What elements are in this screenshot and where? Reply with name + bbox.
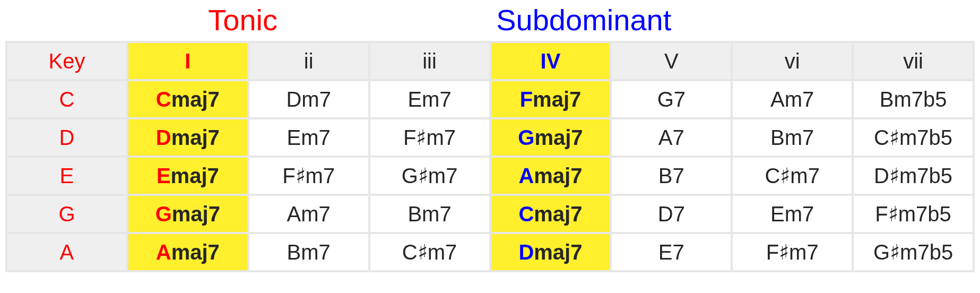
chord-cell: Fmaj7 xyxy=(490,80,611,118)
chord-cell: Am7 xyxy=(248,195,369,233)
chord-note: B xyxy=(658,164,673,187)
chord-note: E xyxy=(770,202,785,226)
chord-suffix: 7 xyxy=(673,202,685,226)
chord-suffix: maj7 xyxy=(171,164,219,187)
chord-note: G xyxy=(518,126,534,149)
chord-suffix: m7 xyxy=(426,126,456,149)
chord-note: A xyxy=(287,202,301,226)
chord-note: F♯ xyxy=(766,240,789,264)
header-degree: I xyxy=(127,42,248,80)
chord-note: G♯ xyxy=(873,240,900,264)
chord-note: A xyxy=(518,164,534,187)
chord-note: A xyxy=(658,126,673,149)
chord-cell: B7 xyxy=(611,157,732,195)
chord-note: C♯ xyxy=(402,240,428,264)
chord-cell: Em7 xyxy=(732,195,853,233)
chord-note: G xyxy=(155,202,172,226)
title-tonic: Tonic xyxy=(5,2,480,38)
chord-cell: Em7 xyxy=(248,118,369,157)
chord-note: G♯ xyxy=(402,164,428,187)
chord-suffix: maj7 xyxy=(534,126,583,149)
chord-note: D♯ xyxy=(874,164,899,187)
chord-suffix: m7 xyxy=(785,88,814,111)
chord-suffix: 7 xyxy=(673,164,684,187)
key-cell: A xyxy=(6,233,127,271)
chord-note: E xyxy=(287,126,301,149)
chord-suffix: 7 xyxy=(674,88,686,111)
chord-cell: F♯m7 xyxy=(732,233,853,271)
chord-cell: D7 xyxy=(611,195,732,233)
key-cell: D xyxy=(6,118,127,157)
chord-cell: Cmaj7 xyxy=(490,195,611,233)
chord-cell: Bm7 xyxy=(369,195,490,233)
chord-cell: Dm7 xyxy=(248,80,369,118)
key-cell: G xyxy=(6,195,127,233)
chord-suffix: maj7 xyxy=(172,202,220,226)
chord-cell: Gmaj7 xyxy=(127,195,248,233)
chord-note: E xyxy=(157,164,171,187)
chord-suffix: m7 xyxy=(301,202,331,226)
header-degree: vi xyxy=(732,42,853,80)
chord-suffix: m7b5 xyxy=(899,164,952,187)
chord-suffix: m7b5 xyxy=(898,202,951,226)
chord-cell: Bm7b5 xyxy=(853,80,974,118)
table-row: CCmaj7Dm7Em7Fmaj7G7Am7Bm7b5 xyxy=(6,80,974,118)
chord-note: D xyxy=(286,88,301,111)
chord-suffix: m7 xyxy=(428,240,457,264)
chord-cell: G♯m7b5 xyxy=(853,233,974,271)
chord-cell: C♯m7b5 xyxy=(853,118,974,157)
header-degree: IV xyxy=(490,42,611,80)
header-key: Key xyxy=(6,42,127,80)
chord-cell: C♯m7 xyxy=(732,157,853,195)
chord-suffix: m7 xyxy=(785,126,814,149)
chord-suffix: maj7 xyxy=(533,88,581,111)
title-subdominant: Subdominant xyxy=(480,2,975,38)
chord-suffix: m7 xyxy=(422,88,452,111)
chord-note: C xyxy=(518,202,534,226)
chord-cell: F♯m7 xyxy=(248,157,369,195)
header-degree: V xyxy=(611,42,732,80)
chord-suffix: m7 xyxy=(428,164,458,187)
chord-cell: Dmaj7 xyxy=(127,118,248,157)
chord-cell: E7 xyxy=(611,233,732,271)
chord-note: D xyxy=(518,240,534,264)
header-degree: iii xyxy=(369,42,490,80)
header-row: KeyIiiiiiIVVvivii xyxy=(6,42,974,80)
chord-note: G xyxy=(657,88,674,111)
chord-suffix: maj7 xyxy=(534,164,582,187)
table-row: AAmaj7Bm7C♯m7Dmaj7E7F♯m7G♯m7b5 xyxy=(6,233,974,271)
chord-note: B xyxy=(880,88,894,111)
chord-note: B xyxy=(287,240,301,264)
chord-suffix: m7b5 xyxy=(894,88,947,111)
chord-note: A xyxy=(156,240,171,264)
chord-cell: Gmaj7 xyxy=(490,118,611,157)
chord-suffix: maj7 xyxy=(171,240,220,264)
chord-cell: D♯m7b5 xyxy=(853,157,974,195)
header-degree: ii xyxy=(248,42,369,80)
table-row: DDmaj7Em7F♯m7Gmaj7A7Bm7C♯m7b5 xyxy=(6,118,974,157)
chord-suffix: m7 xyxy=(789,240,819,264)
chord-note: F♯ xyxy=(875,202,898,226)
table-row: GGmaj7Am7Bm7Cmaj7D7Em7F♯m7b5 xyxy=(6,195,974,233)
chord-suffix: m7 xyxy=(785,202,814,226)
chord-suffix: m7 xyxy=(790,164,820,187)
chord-suffix: m7 xyxy=(301,88,331,111)
chord-note: F♯ xyxy=(403,126,426,149)
chord-suffix: 7 xyxy=(673,126,684,149)
chord-cell: Am7 xyxy=(732,80,853,118)
chord-cell: G♯m7 xyxy=(369,157,490,195)
chord-cell: Bm7 xyxy=(248,233,369,271)
chord-suffix: m7b5 xyxy=(899,126,952,149)
chord-note: E xyxy=(407,88,422,111)
chord-suffix: m7b5 xyxy=(900,240,953,264)
chord-cell: Cmaj7 xyxy=(127,80,248,118)
chord-note: B xyxy=(770,126,785,149)
chord-cell: F♯m7b5 xyxy=(853,195,974,233)
chord-note: E xyxy=(658,240,673,264)
chord-note: D xyxy=(658,202,673,226)
header-degree: vii xyxy=(853,42,974,80)
chord-cell: C♯m7 xyxy=(369,233,490,271)
titles-row: Tonic Subdominant xyxy=(5,2,975,38)
chord-cell: Bm7 xyxy=(732,118,853,157)
chord-suffix: m7 xyxy=(422,202,452,226)
